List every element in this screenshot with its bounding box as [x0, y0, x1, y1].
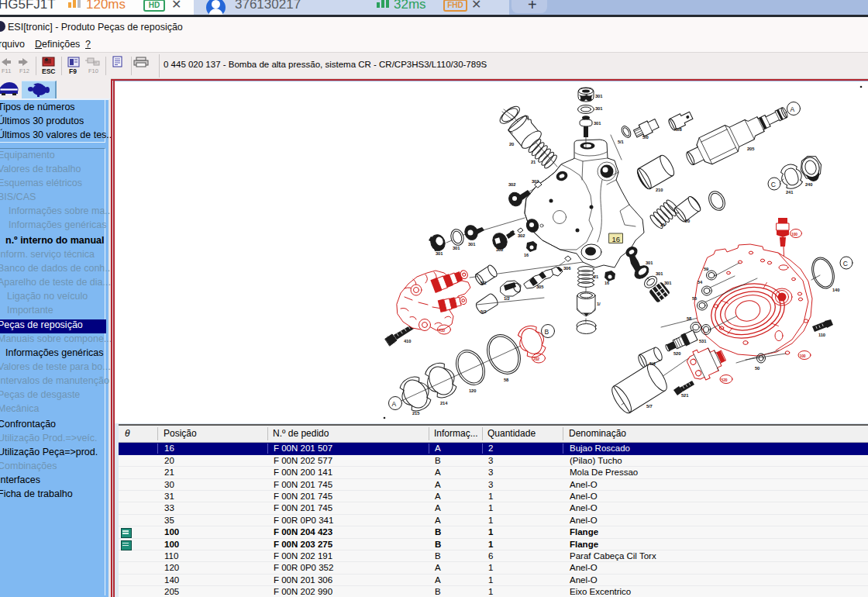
- svg-text:301: 301: [595, 94, 603, 98]
- svg-text:520: 520: [722, 378, 728, 382]
- svg-text:59: 59: [704, 267, 709, 271]
- svg-text:5/4: 5/4: [649, 361, 656, 366]
- svg-text:306: 306: [563, 266, 571, 271]
- svg-text:205: 205: [747, 147, 755, 151]
- svg-text:A: A: [790, 105, 795, 113]
- svg-text:21: 21: [660, 223, 666, 227]
- svg-text:16: 16: [524, 253, 529, 257]
- svg-text:55: 55: [692, 296, 698, 301]
- svg-text:C: C: [843, 260, 848, 267]
- svg-text:302: 302: [496, 247, 503, 252]
- svg-text:120: 120: [469, 388, 476, 393]
- svg-text:B: B: [545, 328, 549, 336]
- svg-text:54: 54: [698, 280, 703, 285]
- svg-text:5/2: 5/2: [480, 309, 487, 314]
- svg-text:301: 301: [453, 246, 460, 250]
- svg-text:301: 301: [468, 242, 476, 247]
- svg-text:410: 410: [404, 339, 411, 343]
- svg-text:21: 21: [594, 274, 599, 279]
- svg-text:520: 520: [673, 351, 680, 356]
- svg-text:5/1: 5/1: [618, 140, 625, 144]
- svg-text:110: 110: [818, 333, 825, 337]
- svg-text:58: 58: [687, 316, 692, 321]
- svg-text:531: 531: [699, 339, 707, 343]
- svg-text:21: 21: [531, 160, 536, 164]
- svg-text:301: 301: [664, 281, 672, 285]
- svg-text:100: 100: [791, 232, 797, 236]
- svg-text:58: 58: [504, 378, 509, 382]
- svg-text:241: 241: [786, 190, 794, 195]
- svg-text:302: 302: [518, 233, 525, 238]
- svg-text:1/2: 1/2: [504, 296, 510, 301]
- svg-text:301: 301: [594, 121, 601, 126]
- svg-text:240: 240: [805, 182, 812, 187]
- svg-text:301: 301: [436, 251, 443, 256]
- svg-text:100: 100: [800, 354, 806, 358]
- svg-text:215: 215: [412, 411, 420, 416]
- svg-text:140: 140: [832, 288, 839, 292]
- svg-text:20: 20: [509, 142, 514, 147]
- svg-text:210: 210: [656, 188, 663, 192]
- svg-text:16: 16: [612, 235, 621, 243]
- svg-text:A: A: [392, 400, 397, 408]
- svg-text:5/8: 5/8: [676, 127, 683, 132]
- svg-text:5/2: 5/2: [480, 281, 487, 285]
- svg-text:302: 302: [532, 179, 539, 184]
- svg-text:20: 20: [685, 219, 690, 223]
- svg-text:521: 521: [681, 393, 689, 398]
- svg-text:C: C: [771, 181, 776, 188]
- svg-text:1/: 1/: [597, 302, 601, 306]
- svg-text:50: 50: [755, 366, 760, 371]
- svg-text:16: 16: [604, 281, 609, 285]
- svg-text:301: 301: [646, 261, 653, 265]
- svg-text:5/7: 5/7: [646, 404, 653, 409]
- svg-text:214: 214: [440, 401, 448, 405]
- svg-text:302: 302: [508, 182, 515, 187]
- svg-text:301: 301: [595, 106, 603, 111]
- svg-text:5/0: 5/0: [642, 135, 649, 140]
- svg-text:301: 301: [656, 271, 663, 276]
- svg-text:305: 305: [536, 285, 544, 289]
- svg-text:202: 202: [533, 357, 539, 361]
- svg-text:410: 410: [439, 328, 445, 333]
